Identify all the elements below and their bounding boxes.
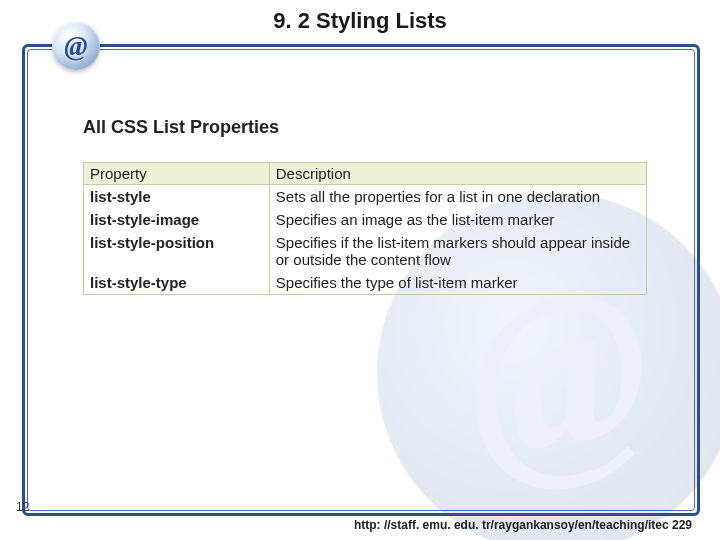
at-logo-icon: @ [52, 22, 100, 70]
at-logo-glyph: @ [64, 30, 87, 62]
table-header-row: Property Description [84, 163, 647, 185]
cell-property: list-style-type [84, 271, 270, 295]
page-number: 12 [16, 500, 29, 514]
table-row: list-style Sets all the properties for a… [84, 185, 647, 209]
slide-title: 9. 2 Styling Lists [0, 8, 720, 34]
cell-description: Sets all the properties for a list in on… [269, 185, 646, 209]
header-property: Property [84, 163, 270, 185]
cell-description: Specifies an image as the list-item mark… [269, 208, 646, 231]
slide: 9. 2 Styling Lists @ @ All CSS List Prop… [0, 0, 720, 540]
cell-description: Specifies if the list-item markers shoul… [269, 231, 646, 271]
table-row: list-style-position Specifies if the lis… [84, 231, 647, 271]
table-row: list-style-type Specifies the type of li… [84, 271, 647, 295]
cell-property: list-style-position [84, 231, 270, 271]
cell-property: list-style-image [84, 208, 270, 231]
cell-description: Specifies the type of list-item marker [269, 271, 646, 295]
section-heading: All CSS List Properties [83, 117, 647, 138]
content-area: All CSS List Properties Property Descrip… [83, 117, 647, 295]
slide-frame: @ All CSS List Properties Property Descr… [22, 44, 700, 516]
table-row: list-style-image Specifies an image as t… [84, 208, 647, 231]
footer-url: http: //staff. emu. edu. tr/raygankansoy… [354, 518, 692, 532]
header-description: Description [269, 163, 646, 185]
properties-table: Property Description list-style Sets all… [83, 162, 647, 295]
cell-property: list-style [84, 185, 270, 209]
